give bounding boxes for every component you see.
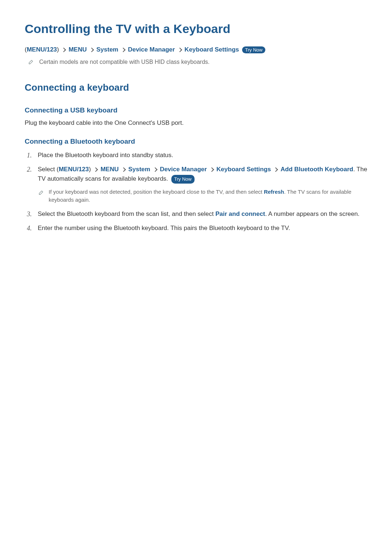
step-1: Place the Bluetooth keyboard into standb… [25, 151, 367, 160]
refresh-link: Refresh [264, 189, 284, 195]
chevron-right-icon [274, 165, 277, 174]
sub-note: If your keyboard was not detected, posit… [38, 188, 367, 204]
chevron-right-icon [94, 165, 97, 174]
step-text-prefix: Select ( [38, 166, 59, 173]
step-text: Enter the number using the Bluetooth key… [38, 225, 290, 231]
breadcrumb-item: System [96, 46, 118, 53]
try-now-badge[interactable]: Try Now [242, 46, 265, 53]
chevron-right-icon [210, 165, 213, 174]
breadcrumb: (MENU/123) MENU System Device Manager Ke… [25, 46, 367, 54]
note: Certain models are not compatible with U… [28, 59, 367, 66]
breadcrumb-item: Keyboard Settings [216, 166, 271, 173]
pencil-icon [38, 189, 44, 198]
step-text: . A number appears on the screen. [265, 210, 360, 217]
chevron-right-icon [122, 46, 125, 53]
breadcrumb-item: System [128, 166, 150, 173]
usb-text: Plug the keyboard cable into the One Con… [25, 119, 367, 127]
step-2: Select (MENU/123) MENU System Device Man… [25, 165, 367, 204]
step-text: Place the Bluetooth keyboard into standb… [38, 152, 173, 159]
breadcrumb-item: Device Manager [160, 166, 207, 173]
breadcrumb-item: Device Manager [128, 46, 175, 53]
bluetooth-steps: Place the Bluetooth keyboard into standb… [25, 151, 367, 233]
subsection-heading-usb: Connecting a USB keyboard [25, 106, 367, 114]
chevron-right-icon [154, 165, 157, 174]
try-now-badge[interactable]: Try Now [171, 175, 195, 184]
breadcrumb-item: Add Bluetooth Keyboard [281, 166, 353, 173]
sub-note-text: If your keyboard was not detected, posit… [49, 188, 367, 204]
step-4: Enter the number using the Bluetooth key… [25, 223, 367, 233]
subsection-heading-bluetooth: Connecting a Bluetooth keyboard [25, 138, 367, 145]
breadcrumb-item: Keyboard Settings [184, 46, 239, 53]
breadcrumb-menu123: MENU/123 [59, 166, 89, 173]
breadcrumb-item: MENU [101, 166, 119, 173]
note-text: Certain models are not compatible with U… [39, 59, 210, 65]
chevron-right-icon [62, 46, 65, 53]
step-3: Select the Bluetooth keyboard from the s… [25, 209, 367, 219]
breadcrumb-menu123: MENU/123 [27, 46, 57, 53]
chevron-right-icon [122, 165, 125, 174]
page-title: Controlling the TV with a Keyboard [25, 22, 367, 36]
chevron-right-icon [90, 46, 93, 53]
chevron-right-icon [178, 46, 181, 53]
pair-connect-link: Pair and connect [216, 210, 265, 217]
step-text: Select the Bluetooth keyboard from the s… [38, 210, 216, 217]
breadcrumb-item: MENU [69, 46, 87, 53]
section-heading: Connecting a keyboard [25, 82, 367, 93]
pencil-icon [28, 59, 33, 66]
